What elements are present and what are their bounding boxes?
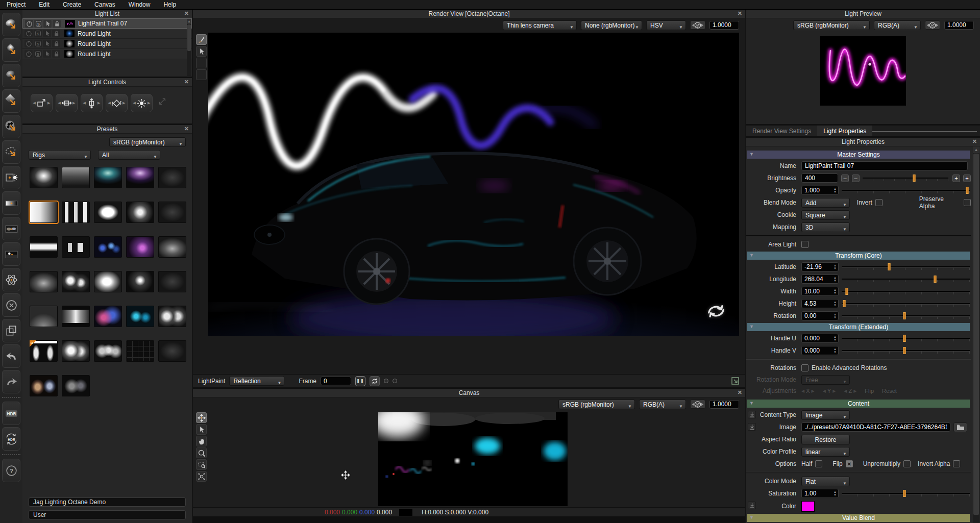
invert-checkbox[interactable] [875, 199, 883, 206]
power-toggle[interactable] [24, 40, 33, 47]
slider-handle[interactable] [903, 335, 905, 342]
power-toggle[interactable] [24, 50, 33, 58]
value-input[interactable] [802, 312, 834, 320]
width-spinner[interactable]: ▲▼ [801, 287, 839, 296]
brightness-input[interactable] [801, 173, 838, 183]
preset-tile-30[interactable] [158, 340, 186, 362]
preset-tile-6[interactable] [30, 202, 58, 223]
opacity-slider[interactable] [842, 186, 970, 194]
hdr-button[interactable]: HDR [2, 402, 20, 425]
mapping-dropdown[interactable]: 3D ▼ [801, 222, 850, 232]
transform-core-header[interactable]: ▼ Transform (Core) [747, 252, 970, 260]
master-settings-header[interactable]: ▼ Master Settings [747, 151, 970, 159]
value-blend-header[interactable]: ▼ Value Blend [747, 514, 970, 522]
gradient-bar-button[interactable] [2, 191, 20, 215]
brightness-fine-plus-button[interactable]: + [952, 175, 960, 182]
slider-handle[interactable] [845, 288, 848, 295]
help-button[interactable]: ? [2, 459, 20, 482]
preview-aperture-button[interactable] [925, 20, 940, 30]
tab-render-view-settings[interactable]: Render View Settings [746, 126, 817, 136]
restore-button[interactable]: Restore [801, 435, 850, 444]
collapse-icon[interactable]: ▼ [749, 253, 754, 258]
spin-down-icon[interactable]: ▼ [834, 279, 837, 282]
preview-colorspace-dropdown[interactable]: sRGB (rgbMonitor) ▼ [793, 20, 870, 30]
brightness-fine-minus-button[interactable]: – [852, 175, 860, 182]
latitude-spinner[interactable]: ▲▼ [801, 262, 839, 271]
height-slider[interactable] [842, 300, 970, 308]
value-input[interactable] [802, 300, 834, 308]
saturation-slider[interactable] [842, 489, 970, 497]
close-icon[interactable]: ✕ [184, 10, 189, 17]
camera-dropdown[interactable]: Thin lens camera ▼ [503, 20, 577, 30]
light-control-scale-button[interactable]: ◀▶ [31, 94, 53, 112]
select-tool-button[interactable] [196, 46, 207, 57]
value-input[interactable] [802, 275, 834, 283]
slider-handle[interactable] [966, 187, 968, 194]
color-swatch[interactable] [801, 501, 815, 512]
saturation-spinner[interactable]: ▲▼ [801, 489, 839, 498]
light-control-height-button[interactable]: ◀▶ [81, 94, 103, 112]
canvas-image[interactable] [378, 412, 568, 506]
close-icon[interactable]: ✕ [972, 138, 977, 145]
rotation-spinner[interactable]: ▲▼ [801, 311, 839, 320]
menu-create[interactable]: Create [56, 0, 88, 10]
light-list-row[interactable]: SRound Light [22, 49, 192, 59]
handle-v-spinner[interactable]: ▲▼ [801, 346, 839, 355]
value-input[interactable] [802, 263, 834, 271]
properties-scrollbar[interactable]: ▲ [973, 146, 979, 523]
undo-button[interactable] [2, 344, 20, 368]
image-path-input[interactable] [801, 422, 950, 432]
scroll-thumb[interactable] [187, 24, 191, 51]
preset-tile-3[interactable] [94, 167, 122, 188]
lock-toggle[interactable] [52, 40, 60, 47]
unpremultiply-checkbox[interactable] [903, 460, 911, 467]
spin-down-icon[interactable]: ▼ [834, 291, 837, 294]
preset-tile-2[interactable] [62, 167, 90, 188]
slider-handle[interactable] [903, 312, 905, 319]
render-view-titlebar[interactable]: Render View [Octane|Octane] ✕ [193, 10, 745, 18]
light-list-row[interactable]: SRound Light [22, 29, 192, 39]
solo-toggle[interactable]: S [34, 40, 42, 47]
light-control-brightness-button[interactable]: ◀▶ [131, 94, 153, 112]
height-spinner[interactable]: ▲▼ [801, 299, 839, 308]
light-control-width-button[interactable]: ◀▶ [56, 94, 78, 112]
content-type-dropdown[interactable]: Image ▼ [801, 410, 850, 420]
slider-handle[interactable] [903, 347, 905, 354]
select-tool-button[interactable] [196, 424, 207, 435]
slider-handle[interactable] [934, 276, 937, 283]
menu-project[interactable]: Project [0, 0, 32, 10]
horizon-button[interactable] [2, 242, 20, 266]
preset-tile-31[interactable] [30, 375, 58, 396]
spin-down-icon[interactable]: ▼ [834, 190, 837, 193]
preset-tile-19[interactable] [126, 271, 154, 292]
power-toggle[interactable] [25, 20, 33, 28]
user-field[interactable]: User [29, 510, 186, 519]
preset-tile-4[interactable] [126, 167, 154, 188]
advanced-rotations-checkbox[interactable] [801, 364, 808, 371]
preset-tile-24[interactable] [126, 306, 154, 327]
presets-titlebar[interactable]: Presets ✕ [22, 125, 192, 134]
opacity-spinner[interactable]: ▲▼ [801, 186, 839, 195]
spin-down-icon[interactable]: ▼ [834, 267, 837, 270]
slider-handle[interactable] [843, 300, 845, 307]
spin-down-icon[interactable]: ▼ [834, 338, 837, 341]
browse-image-button[interactable] [953, 422, 967, 432]
light-list-scrollbar[interactable]: ▲ [187, 19, 191, 76]
menu-canvas[interactable]: Canvas [88, 0, 122, 10]
blend-mode-dropdown[interactable]: Add ▼ [801, 198, 850, 208]
color-profile-dropdown[interactable]: linear ▼ [801, 447, 850, 457]
light-list-row[interactable]: SRound Light [22, 39, 192, 49]
preset-tile-32[interactable] [62, 375, 90, 396]
preset-tile-12[interactable] [62, 236, 90, 258]
handle-u-slider[interactable] [842, 334, 970, 342]
preview-channel-dropdown[interactable]: RGB(A) ▼ [874, 20, 921, 30]
canvas-colorspace-dropdown[interactable]: sRGB (rgbMonitor) ▼ [558, 400, 635, 409]
scroll-up-icon[interactable]: ▲ [973, 146, 979, 153]
move-tool-button[interactable] [196, 412, 207, 423]
value-input[interactable] [802, 346, 834, 355]
saturation-input[interactable] [802, 489, 834, 497]
width-slider[interactable] [842, 287, 970, 295]
delete-button[interactable] [2, 293, 20, 317]
preset-tile-29[interactable] [126, 340, 154, 362]
frame-input[interactable] [321, 377, 351, 385]
